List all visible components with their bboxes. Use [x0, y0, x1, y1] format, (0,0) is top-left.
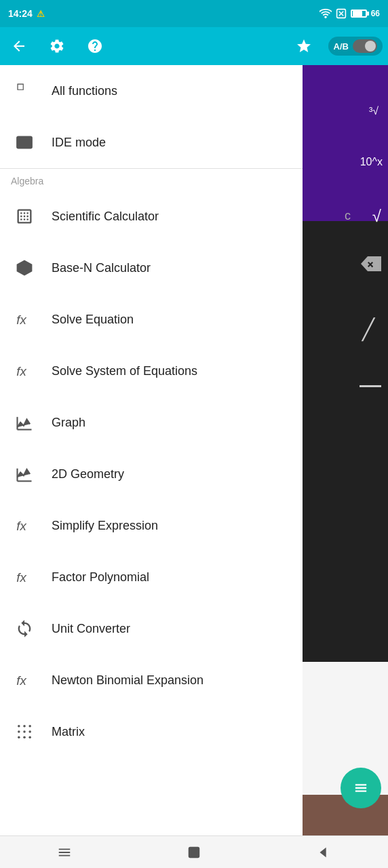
svg-marker-7	[18, 261, 32, 275]
svg-point-17	[18, 725, 20, 728]
nav-back-button[interactable]	[303, 839, 344, 866]
menu-item-graph[interactable]: Graph	[0, 397, 303, 448]
bottom-nav	[0, 835, 388, 868]
menu-item-solve-system[interactable]: fx Solve System of Equations	[0, 345, 303, 397]
home-square-icon	[187, 845, 201, 860]
svg-point-23	[18, 736, 20, 738]
nav-menu-button[interactable]	[44, 839, 85, 866]
algebra-section-label: Algebra	[0, 169, 303, 191]
factor-polynomial-icon: fx	[11, 564, 38, 591]
simplify-label: Simplify Expression	[52, 519, 158, 533]
menu-item-solve-equation[interactable]: fx Solve Equation	[0, 294, 303, 345]
nav-home-button[interactable]	[174, 839, 214, 866]
menu-item-simplify[interactable]: fx Simplify Expression	[0, 500, 303, 551]
rp-sqrt-label: √	[372, 207, 381, 226]
matrix-icon	[11, 718, 38, 745]
status-bar: 14:24 ⚠ 66	[0, 0, 388, 27]
toggle-knob	[365, 41, 376, 52]
menu-item-unit-converter[interactable]: Unit Converter	[0, 603, 303, 654]
svg-rect-26	[189, 847, 199, 857]
menu-item-ide-mode[interactable]: IDE mode	[0, 117, 303, 168]
star-button[interactable]	[290, 33, 317, 60]
unit-converter-icon	[11, 615, 38, 642]
menu-item-2d-geometry[interactable]: 2D Geometry	[0, 448, 303, 500]
svg-text:fx: fx	[16, 313, 26, 327]
svg-text:fx: fx	[16, 364, 26, 378]
rp-10x: 10^x	[360, 156, 383, 168]
battery-percent: 66	[371, 9, 380, 18]
toggle-switch[interactable]	[353, 39, 377, 53]
factor-polynomial-label: Factor Polynomial	[52, 570, 149, 585]
menu-item-all-functions[interactable]: All functions	[0, 65, 303, 117]
toolbar: A/B	[0, 27, 388, 65]
scientific-calculator-icon	[11, 203, 38, 230]
x-status-icon	[336, 8, 347, 19]
menu-item-scientific-calculator[interactable]: Scientific Calculator	[0, 191, 303, 242]
menu-item-factor-polynomial[interactable]: fx Factor Polynomial	[0, 551, 303, 603]
graph-icon	[11, 409, 38, 436]
all-functions-label: All functions	[52, 84, 117, 98]
rp-dash	[360, 385, 381, 387]
status-time: 14:24	[8, 8, 33, 19]
status-left: 14:24 ⚠	[8, 8, 45, 19]
wifi-icon	[319, 9, 332, 18]
scientific-calculator-label: Scientific Calculator	[52, 210, 159, 224]
2d-geometry-icon	[11, 460, 38, 488]
svg-rect-4	[18, 84, 24, 90]
base-n-label: Base-N Calculator	[52, 261, 151, 275]
matrix-label: Matrix	[52, 725, 85, 739]
svg-point-25	[28, 736, 31, 738]
help-button[interactable]	[81, 33, 109, 60]
2d-geometry-label: 2D Geometry	[52, 467, 124, 481]
ab-label: A/B	[334, 41, 349, 52]
back-triangle-icon	[316, 845, 331, 860]
svg-point-19	[28, 725, 31, 728]
status-right: 66	[319, 8, 380, 19]
ide-mode-icon	[11, 129, 38, 156]
right-panel-dark	[300, 221, 388, 662]
base-n-icon	[11, 254, 38, 281]
rp-slash: ╱	[362, 317, 374, 341]
solve-system-label: Solve System of Equations	[52, 364, 197, 378]
unit-converter-label: Unit Converter	[52, 622, 130, 636]
all-functions-icon	[11, 77, 38, 104]
solve-system-icon: fx	[11, 357, 38, 384]
settings-button[interactable]	[43, 33, 71, 60]
menu-drawer: All functions IDE mode Algebra Scientifi…	[0, 65, 303, 835]
svg-text:fx: fx	[16, 673, 26, 688]
solve-equation-label: Solve Equation	[52, 313, 134, 327]
svg-point-22	[28, 730, 31, 733]
backspace-icon[interactable]	[361, 256, 381, 274]
solve-equation-icon: fx	[11, 306, 38, 333]
rp-c-label: c	[345, 209, 351, 223]
svg-point-20	[18, 730, 20, 733]
equals-button[interactable]	[341, 768, 381, 808]
right-panel-purple	[300, 65, 388, 221]
back-button[interactable]	[5, 33, 33, 60]
svg-rect-6	[16, 136, 32, 149]
battery-icon	[351, 9, 367, 18]
svg-text:fx: fx	[16, 570, 26, 585]
ab-toggle[interactable]: A/B	[328, 37, 383, 56]
svg-marker-27	[319, 847, 326, 857]
svg-point-18	[23, 725, 26, 728]
warning-icon: ⚠	[37, 9, 45, 19]
newton-binomial-icon: fx	[11, 667, 38, 694]
graph-label: Graph	[52, 416, 85, 430]
svg-text:fx: fx	[16, 519, 26, 533]
ide-mode-label: IDE mode	[52, 136, 106, 150]
svg-point-21	[23, 730, 26, 733]
svg-point-24	[23, 736, 26, 738]
newton-binomial-label: Newton Binomial Expansion	[52, 673, 203, 688]
rp-3sqrt: ³√	[369, 105, 379, 117]
menu-item-newton-binomial[interactable]: fx Newton Binomial Expansion	[0, 654, 303, 706]
hamburger-icon	[57, 845, 72, 860]
menu-item-base-n[interactable]: Base-N Calculator	[0, 242, 303, 294]
menu-item-matrix[interactable]: Matrix	[0, 706, 303, 757]
simplify-icon: fx	[11, 512, 38, 539]
